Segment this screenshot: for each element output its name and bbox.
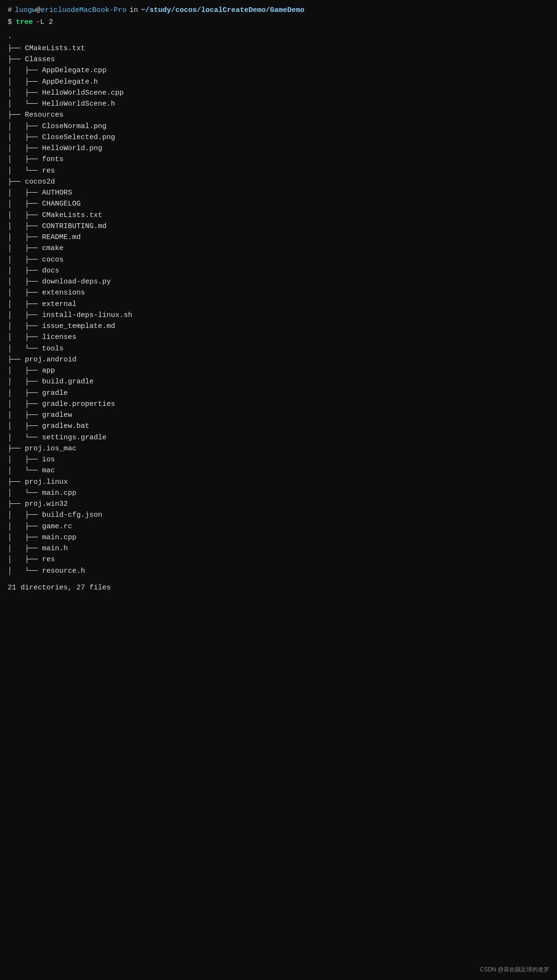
tree-line: │ ├── gradlew.bat <box>8 421 549 432</box>
tree-line: │ ├── CloseNormal.png <box>8 121 549 132</box>
tree-prefix: │ ├── <box>8 265 42 276</box>
in-text: in <box>129 5 138 16</box>
tree-line: │ ├── AppDelegate.cpp <box>8 65 549 76</box>
tree-item: gradle <box>42 388 68 399</box>
tree-prefix: │ ├── <box>8 410 42 421</box>
tree-item: external <box>42 299 76 310</box>
tree-item: Classes <box>25 54 55 65</box>
tree-item: res <box>42 165 55 176</box>
tree-line: ├── Classes <box>8 54 549 65</box>
tree-prefix: │ ├── <box>8 510 42 521</box>
tree-prefix: │ ├── <box>8 243 42 254</box>
tree-prefix: │ ├── <box>8 276 42 287</box>
tree-item: CMakeLists.txt <box>25 43 85 54</box>
tree-item: HelloWorld.png <box>42 143 102 154</box>
tree-prefix: │ └── <box>8 465 42 476</box>
tree-prefix: │ └── <box>8 432 42 443</box>
tree-prefix: │ └── <box>8 343 42 354</box>
tree-item: build-cfg.json <box>42 510 102 521</box>
tree-prefix: │ ├── <box>8 87 42 98</box>
tree-item: ios <box>42 454 55 465</box>
tree-item: cocos2d <box>25 176 55 187</box>
tree-line: │ ├── build-cfg.json <box>8 510 549 521</box>
tree-line: │ ├── res <box>8 554 549 565</box>
tree-line: │ ├── HelloWorld.png <box>8 143 549 154</box>
tree-container: ├── CMakeLists.txt├── Classes│ ├── AppDe… <box>8 43 549 577</box>
tree-item: res <box>42 554 55 565</box>
tree-line: │ ├── build.gradle <box>8 376 549 387</box>
tree-line: │ ├── AUTHORS <box>8 187 549 198</box>
tree-line: │ ├── extensions <box>8 287 549 298</box>
tree-line: │ ├── install-deps-linux.sh <box>8 310 549 321</box>
tree-prefix: │ ├── <box>8 399 42 410</box>
dot-line: . <box>8 31 549 42</box>
tree-line: ├── proj.ios_mac <box>8 443 549 454</box>
tree-prefix: │ ├── <box>8 332 42 343</box>
tree-item: cmake <box>42 243 64 254</box>
tree-prefix: │ ├── <box>8 388 42 399</box>
tree-line: │ ├── fonts <box>8 154 549 165</box>
tree-line: ├── proj.win32 <box>8 499 549 510</box>
tree-prefix: │ ├── <box>8 198 42 209</box>
tree-prefix: ├── <box>8 354 25 365</box>
tree-prefix: │ ├── <box>8 132 42 143</box>
watermark: CSDN @喜欢踢足球的老罗 <box>480 965 549 974</box>
hash-symbol: # <box>8 5 12 16</box>
tree-line: │ ├── CHANGELOG <box>8 198 549 209</box>
tree-item: build.gradle <box>42 376 94 387</box>
tree-prefix: │ ├── <box>8 299 42 310</box>
tree-line: │ └── tools <box>8 343 549 354</box>
tree-item: README.md <box>42 232 81 243</box>
tree-prefix: │ ├── <box>8 543 42 554</box>
tree-prefix: │ └── <box>8 98 42 109</box>
tree-line: │ ├── CloseSelected.png <box>8 132 549 143</box>
tree-prefix: │ ├── <box>8 321 42 332</box>
tree-line: ├── proj.linux <box>8 477 549 488</box>
tree-prefix: │ ├── <box>8 76 42 87</box>
tree-prefix: │ ├── <box>8 121 42 132</box>
tree-item: CHANGELOG <box>42 198 81 209</box>
tree-item: cocos <box>42 254 64 265</box>
tree-item: download-deps.py <box>42 276 111 287</box>
prompt-line: # luogw @ ericluodeMacBook-Pro in ~/stud… <box>8 5 549 16</box>
tree-line: ├── cocos2d <box>8 176 549 187</box>
tree-line: │ ├── HelloWorldScene.cpp <box>8 87 549 98</box>
tree-prefix: ├── <box>8 443 25 454</box>
tree-item: resource.h <box>42 566 85 577</box>
tree-item: gradlew <box>42 410 72 421</box>
tree-prefix: │ ├── <box>8 154 42 165</box>
tree-item: HelloWorldScene.cpp <box>42 87 124 98</box>
tree-item: app <box>42 365 55 376</box>
tree-prefix: │ ├── <box>8 221 42 232</box>
tree-output: . ├── CMakeLists.txt├── Classes│ ├── App… <box>8 31 549 577</box>
tree-line: │ └── resource.h <box>8 566 549 577</box>
tree-item: proj.linux <box>25 477 68 488</box>
tree-item: AUTHORS <box>42 187 72 198</box>
tree-line: ├── Resources <box>8 109 549 120</box>
tree-item: proj.win32 <box>25 499 68 510</box>
path: ~/study/cocos/localCreateDemo/GameDemo <box>141 5 304 16</box>
tree-line: │ ├── main.h <box>8 543 549 554</box>
tree-prefix: ├── <box>8 109 25 120</box>
tree-prefix: ├── <box>8 43 25 54</box>
tree-line: │ └── mac <box>8 465 549 476</box>
tree-line: │ ├── docs <box>8 265 549 276</box>
tree-prefix: │ ├── <box>8 521 42 532</box>
tree-item: CMakeLists.txt <box>42 210 102 221</box>
at-sign: @ <box>36 5 41 16</box>
dollar-sign: $ <box>8 17 12 28</box>
tree-item: docs <box>42 265 59 276</box>
tree-prefix: │ └── <box>8 165 42 176</box>
tree-prefix: │ ├── <box>8 287 42 298</box>
tree-item: proj.ios_mac <box>25 443 76 454</box>
tree-item: gradle.properties <box>42 399 115 410</box>
tree-prefix: ├── <box>8 477 25 488</box>
hostname: ericluodeMacBook-Pro <box>41 5 127 16</box>
tree-line: │ ├── AppDelegate.h <box>8 76 549 87</box>
tree-item: proj.android <box>25 354 76 365</box>
tree-line: │ ├── issue_template.md <box>8 321 549 332</box>
username: luogw <box>15 5 36 16</box>
tree-line: │ ├── download-deps.py <box>8 276 549 287</box>
tree-line: │ └── main.cpp <box>8 488 549 499</box>
tree-item: gradlew.bat <box>42 421 89 432</box>
